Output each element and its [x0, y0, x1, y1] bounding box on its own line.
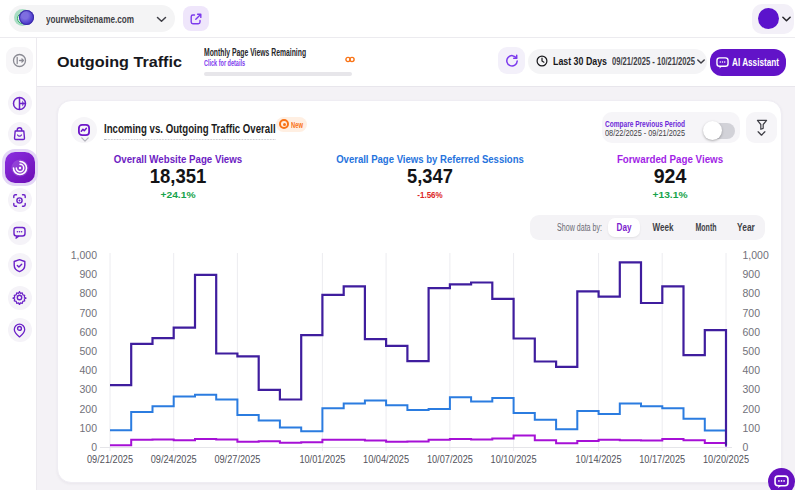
svg-text:10/04/2025: 10/04/2025 [363, 453, 409, 465]
svg-text:600: 600 [79, 326, 97, 338]
svg-text:600: 600 [743, 326, 761, 338]
svg-text:400: 400 [743, 364, 761, 376]
svg-text:900: 900 [743, 268, 761, 280]
svg-text:800: 800 [743, 287, 761, 299]
svg-text:500: 500 [743, 345, 761, 357]
svg-text:10/20/2025: 10/20/2025 [703, 453, 749, 465]
svg-text:10/17/2025: 10/17/2025 [639, 453, 685, 465]
svg-text:200: 200 [743, 403, 761, 415]
svg-text:0: 0 [91, 441, 97, 453]
svg-text:100: 100 [79, 422, 97, 434]
svg-text:200: 200 [79, 403, 97, 415]
svg-text:700: 700 [743, 307, 761, 319]
svg-text:09/24/2025: 09/24/2025 [151, 453, 197, 465]
svg-text:800: 800 [79, 287, 97, 299]
svg-text:0: 0 [743, 441, 749, 453]
svg-text:10/01/2025: 10/01/2025 [299, 453, 345, 465]
svg-text:1,000: 1,000 [71, 249, 97, 261]
svg-text:400: 400 [79, 364, 97, 376]
svg-text:900: 900 [79, 268, 97, 280]
svg-text:10/14/2025: 10/14/2025 [576, 453, 622, 465]
svg-text:1,000: 1,000 [743, 249, 769, 261]
svg-text:700: 700 [79, 307, 97, 319]
svg-text:300: 300 [79, 383, 97, 395]
svg-text:10/10/2025: 10/10/2025 [491, 453, 537, 465]
svg-text:09/27/2025: 09/27/2025 [214, 453, 260, 465]
svg-text:10/07/2025: 10/07/2025 [427, 453, 473, 465]
svg-text:500: 500 [79, 345, 97, 357]
svg-text:300: 300 [743, 383, 761, 395]
svg-text:100: 100 [743, 422, 761, 434]
svg-text:09/21/2025: 09/21/2025 [87, 453, 133, 465]
